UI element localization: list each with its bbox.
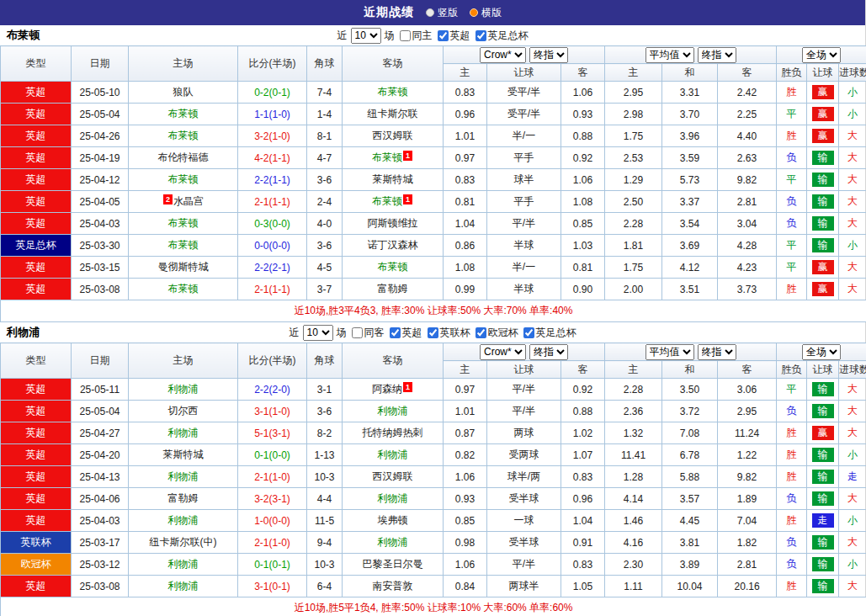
filter-label: 英联杯: [440, 326, 470, 340]
results-table: 类型日期主场比分(半场)角球客场Crow*终指平均值终指全场主让球客主和客胜负让…: [0, 343, 866, 616]
league-badge: 英超: [1, 191, 72, 213]
odds-eh: 1.75: [605, 257, 662, 279]
subheader-col_cover: 让球: [807, 361, 839, 379]
wdl-text: 胜: [787, 514, 797, 526]
score-text: 0-1(0-1): [254, 559, 290, 571]
goals-text: 大: [847, 151, 858, 163]
score-cell: 2-2(1-1): [238, 169, 307, 191]
league-badge: 英超: [1, 466, 72, 488]
away-team-name: 托特纳姆热刺: [363, 427, 423, 438]
wdl-text: 负: [787, 536, 797, 548]
home-team-name: 布莱顿: [168, 239, 199, 251]
radio-vertical-label: 竖版: [438, 6, 458, 20]
away-team-name: 布莱顿: [378, 261, 408, 273]
select-scope-select[interactable]: 全场: [802, 47, 841, 63]
team-away: 西汉姆联: [343, 466, 444, 488]
filter-checkbox-item[interactable]: 英超: [390, 326, 422, 340]
europe-odds-group: 平均值终指: [605, 46, 777, 64]
result-goals: 大: [839, 279, 866, 300]
sections-container: 布莱顿近10场同主英超英足总杯类型日期主场比分(半场)角球客场Crow*终指平均…: [0, 25, 865, 616]
home-team-name: 纽卡斯尔联(中): [150, 536, 217, 548]
league-badge: 英足总杯: [1, 235, 72, 257]
select-final2-select[interactable]: 终指: [698, 47, 736, 63]
odds-eh: 1.32: [605, 422, 662, 444]
radio-on-icon: [470, 8, 478, 17]
odds-eh: 2.98: [605, 104, 662, 125]
team-home: 利物浦: [129, 554, 238, 576]
goals-text: 小: [847, 514, 858, 526]
red-card-badge: 1: [403, 382, 412, 392]
goals-text: 小: [847, 558, 858, 570]
corner-cell: 7-4: [307, 82, 343, 104]
filter-checkbox-item[interactable]: 英联杯: [428, 326, 470, 340]
home-team-name: 利物浦: [168, 558, 199, 570]
match-row: 英联杯25-03-17纽卡斯尔联(中)2-1(1-0)9-4利物浦0.98受半球…: [1, 532, 866, 554]
filter-checkbox-item[interactable]: 英足总杯: [523, 326, 576, 340]
filter-checkbox[interactable]: [476, 327, 486, 338]
filter-checkbox[interactable]: [476, 30, 486, 41]
wdl-text: 负: [787, 151, 797, 163]
filter-checkbox-item[interactable]: 同客: [352, 326, 385, 340]
score-text: 2-2(1-1): [254, 174, 290, 186]
match-date: 25-05-10: [72, 82, 129, 104]
odds-line: 球半: [487, 169, 561, 191]
match-count-select[interactable]: 10: [303, 325, 333, 341]
team-away: 莱斯特城: [343, 169, 444, 191]
radio-off-icon: [426, 8, 434, 17]
away-team-name: 西汉姆联: [373, 130, 413, 141]
odds-lh: 0.87: [444, 422, 487, 444]
filter-checkbox[interactable]: [390, 327, 401, 338]
odds-ed: 3.50: [662, 379, 718, 401]
select-final1-select[interactable]: 终指: [529, 344, 568, 360]
match-date: 25-04-19: [72, 147, 129, 169]
odds-line: 两球半: [487, 576, 561, 597]
home-team-name: 切尔西: [168, 405, 199, 417]
result-goals: 大: [839, 576, 866, 597]
result-wdl: 平: [777, 104, 807, 125]
filter-checkbox-item[interactable]: 英超: [438, 29, 470, 43]
filter-checkbox[interactable]: [438, 30, 449, 41]
radio-horizontal-layout[interactable]: 横版: [470, 6, 502, 20]
filter-checkbox[interactable]: [428, 327, 438, 338]
select-final1-select[interactable]: 终指: [529, 47, 568, 63]
odds-ea: 2.81: [718, 191, 777, 213]
select-avg-select[interactable]: 平均值: [646, 47, 694, 63]
match-count-select[interactable]: 10: [351, 28, 381, 44]
odds-lh: 1.01: [444, 401, 487, 422]
subheader-col_cover: 让球: [807, 64, 839, 82]
odds-ea: 4.23: [718, 257, 777, 279]
radio-vertical-layout[interactable]: 竖版: [426, 6, 458, 20]
corner-cell: 1-4: [307, 104, 343, 125]
result-wdl: 平: [777, 379, 807, 401]
select-company-select[interactable]: Crow*: [480, 344, 526, 360]
odds-la: 0.81: [561, 257, 605, 279]
odds-line: 受半球: [487, 532, 561, 554]
filter-checkbox[interactable]: [400, 30, 411, 41]
header-col_corner: 角球: [307, 46, 343, 82]
cover-badge: 赢: [812, 107, 834, 121]
filter-checkbox-item[interactable]: 英足总杯: [476, 29, 529, 43]
result-cover: 赢: [807, 257, 839, 279]
select-scope-select[interactable]: 全场: [802, 344, 841, 360]
wdl-text: 负: [787, 195, 797, 207]
section-control-bar: 布莱顿近10场同主英超英足总杯: [0, 25, 865, 45]
select-final2-select[interactable]: 终指: [698, 344, 736, 360]
odds-la: 0.83: [561, 554, 605, 576]
match-row: 英超25-04-20莱斯特城0-1(0-0)1-13利物浦0.82受两球1.07…: [1, 444, 866, 466]
filter-checkbox[interactable]: [523, 327, 534, 338]
away-team-name: 纽卡斯尔联: [368, 108, 418, 119]
team-home: 布莱顿: [129, 235, 238, 257]
select-company-select[interactable]: Crow*: [480, 47, 526, 63]
filter-checkbox[interactable]: [352, 327, 363, 338]
select-avg-select[interactable]: 平均值: [646, 344, 694, 360]
odds-ed: 3.31: [662, 82, 718, 104]
team-away: 布莱顿1: [343, 191, 444, 213]
team-home: 利物浦: [129, 466, 238, 488]
corner-cell: 4-4: [307, 488, 343, 510]
filter-checkbox-item[interactable]: 同主: [400, 29, 433, 43]
away-team-name: 布莱顿: [372, 151, 402, 163]
filter-checkbox-item[interactable]: 欧冠杯: [476, 326, 518, 340]
odds-ed: 3.72: [662, 401, 718, 422]
score-text: 4-2(1-1): [254, 152, 290, 164]
score-cell: 3-2(3-1): [238, 488, 307, 510]
